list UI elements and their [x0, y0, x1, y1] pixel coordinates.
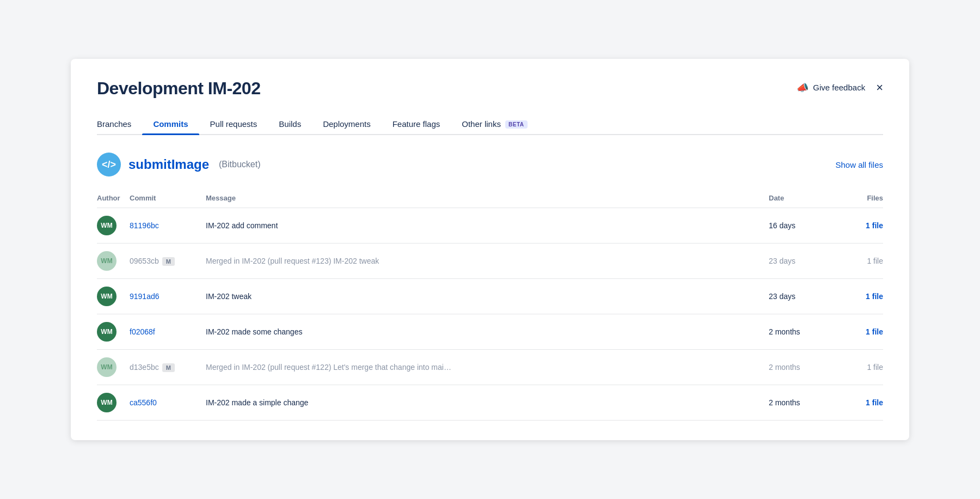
commit-date: 2 months — [769, 327, 800, 336]
commit-message: IM-202 tweak — [206, 292, 252, 301]
author-cell: WM — [97, 279, 130, 314]
commit-hash-link[interactable]: 9191ad6 — [130, 292, 160, 301]
repo-info: </> submitImage (Bitbucket) — [97, 153, 261, 177]
beta-badge: BETA — [505, 120, 527, 129]
table-row: WMca556f0IM-202 made a simple change2 mo… — [97, 385, 883, 421]
files-cell: 1 file — [840, 208, 883, 244]
date-cell: 2 months — [769, 314, 840, 350]
header-actions: 📣 Give feedback × — [797, 78, 883, 94]
commit-hash-link[interactable]: f02068f — [130, 327, 155, 336]
commit-hash-link[interactable]: 81196bc — [130, 221, 159, 230]
commit-date: 2 months — [769, 398, 800, 407]
tab-builds[interactable]: Builds — [268, 114, 312, 135]
avatar: WM — [97, 322, 117, 342]
commit-cell: d13e5bcM — [130, 350, 206, 385]
commit-files: 1 file — [867, 257, 883, 265]
panel-header: Development IM-202 📣 Give feedback × — [97, 78, 883, 99]
avatar: WM — [97, 393, 117, 412]
main-panel: Development IM-202 📣 Give feedback × Bra… — [71, 59, 909, 441]
date-cell: 23 days — [769, 279, 840, 314]
commit-date: 2 months — [769, 363, 800, 372]
commit-files[interactable]: 1 file — [866, 292, 883, 301]
message-cell: IM-202 made some changes — [206, 314, 769, 350]
commit-cell: 09653cbM — [130, 244, 206, 279]
commit-message: Merged in IM-202 (pull request #122) Let… — [206, 363, 451, 372]
col-header-message: Message — [206, 190, 769, 208]
author-cell: WM — [97, 350, 130, 385]
col-header-date: Date — [769, 190, 840, 208]
author-cell: WM — [97, 208, 130, 244]
date-cell: 16 days — [769, 208, 840, 244]
commit-files[interactable]: 1 file — [866, 221, 883, 230]
tab-feature-flags[interactable]: Feature flags — [382, 114, 451, 135]
tab-other-links[interactable]: Other links BETA — [451, 114, 538, 135]
commit-cell: 9191ad6 — [130, 279, 206, 314]
repo-icon: </> — [97, 153, 121, 177]
table-header-row: Author Commit Message Date Files — [97, 190, 883, 208]
table-row: WM81196bcIM-202 add comment16 days1 file — [97, 208, 883, 244]
merge-badge: M — [162, 363, 175, 372]
feedback-label: Give feedback — [813, 83, 865, 92]
author-cell: WM — [97, 314, 130, 350]
table-row: WMf02068fIM-202 made some changes2 month… — [97, 314, 883, 350]
author-cell: WM — [97, 244, 130, 279]
table-row: WM9191ad6IM-202 tweak23 days1 file — [97, 279, 883, 314]
commit-message: IM-202 made some changes — [206, 327, 302, 336]
tabs-nav: Branches Commits Pull requests Builds De… — [97, 114, 883, 136]
commit-date: 16 days — [769, 221, 795, 230]
commit-hash-link[interactable]: 09653cb — [130, 257, 159, 265]
commit-files: 1 file — [867, 363, 883, 372]
feedback-button[interactable]: 📣 Give feedback — [797, 82, 865, 94]
files-cell: 1 file — [840, 244, 883, 279]
col-header-files: Files — [840, 190, 883, 208]
commit-date: 23 days — [769, 292, 795, 301]
repo-name: submitImage — [128, 157, 209, 172]
date-cell: 2 months — [769, 385, 840, 421]
merge-badge: M — [162, 257, 175, 266]
commit-message: IM-202 add comment — [206, 221, 278, 230]
message-cell: IM-202 add comment — [206, 208, 769, 244]
tab-commits[interactable]: Commits — [142, 114, 199, 135]
commit-cell: f02068f — [130, 314, 206, 350]
date-cell: 2 months — [769, 350, 840, 385]
avatar: WM — [97, 287, 117, 306]
table-row: WMd13e5bcMMerged in IM-202 (pull request… — [97, 350, 883, 385]
date-cell: 23 days — [769, 244, 840, 279]
close-button[interactable]: × — [876, 82, 883, 94]
tab-branches[interactable]: Branches — [97, 114, 142, 135]
table-row: WM09653cbMMerged in IM-202 (pull request… — [97, 244, 883, 279]
author-cell: WM — [97, 385, 130, 421]
col-header-author: Author — [97, 190, 130, 208]
commit-hash-link[interactable]: ca556f0 — [130, 398, 157, 407]
message-cell: Merged in IM-202 (pull request #122) Let… — [206, 350, 769, 385]
commit-files[interactable]: 1 file — [866, 398, 883, 407]
commit-hash-link[interactable]: d13e5bc — [130, 363, 159, 372]
avatar: WM — [97, 357, 117, 377]
files-cell: 1 file — [840, 314, 883, 350]
megaphone-icon: 📣 — [797, 82, 808, 94]
avatar: WM — [97, 251, 117, 271]
message-cell: Merged in IM-202 (pull request #123) IM-… — [206, 244, 769, 279]
files-cell: 1 file — [840, 279, 883, 314]
col-header-commit: Commit — [130, 190, 206, 208]
message-cell: IM-202 tweak — [206, 279, 769, 314]
panel-title: Development IM-202 — [97, 78, 260, 99]
tab-deployments[interactable]: Deployments — [312, 114, 382, 135]
files-cell: 1 file — [840, 350, 883, 385]
commits-table: Author Commit Message Date Files WM81196… — [97, 190, 883, 421]
commit-date: 23 days — [769, 257, 795, 265]
commit-cell: ca556f0 — [130, 385, 206, 421]
commit-cell: 81196bc — [130, 208, 206, 244]
message-cell: IM-202 made a simple change — [206, 385, 769, 421]
files-cell: 1 file — [840, 385, 883, 421]
repo-source: (Bitbucket) — [219, 160, 260, 169]
tab-pull-requests[interactable]: Pull requests — [199, 114, 268, 135]
commit-files[interactable]: 1 file — [866, 327, 883, 336]
commit-message: IM-202 made a simple change — [206, 398, 308, 407]
show-all-files-button[interactable]: Show all files — [835, 160, 883, 169]
commit-message: Merged in IM-202 (pull request #123) IM-… — [206, 257, 379, 265]
repo-header: </> submitImage (Bitbucket) Show all fil… — [97, 153, 883, 177]
avatar: WM — [97, 216, 117, 235]
